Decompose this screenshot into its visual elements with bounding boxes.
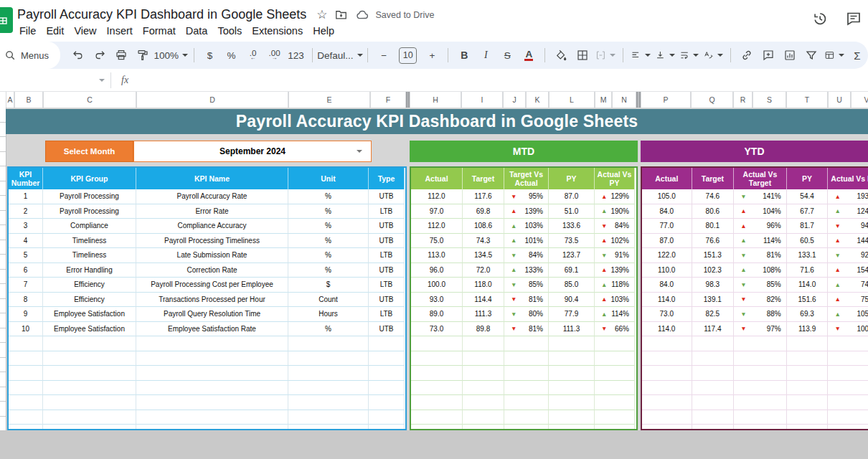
menu-file[interactable]: File	[14, 24, 41, 38]
kpi-name-cell[interactable]	[136, 336, 288, 351]
ytd-actual-vs-target-cell[interactable]	[734, 425, 787, 430]
ytd-actual-vs-py-cell[interactable]: ▲144%	[828, 234, 868, 249]
sheets-logo-icon[interactable]	[0, 7, 13, 33]
mtd-target-cell[interactable]: 118.0	[463, 278, 504, 293]
unit-cell[interactable]: %	[288, 248, 369, 263]
kpi-name-cell[interactable]: Error Rate	[136, 204, 288, 219]
kpi-number-cell[interactable]: 4	[9, 234, 43, 249]
unit-cell[interactable]: Hours	[288, 307, 369, 322]
mtd-target-cell[interactable]: 111.3	[463, 307, 504, 322]
type-cell[interactable]: UTB	[369, 293, 405, 308]
ytd-actual-vs-py-cell[interactable]	[828, 410, 868, 425]
table-views-button[interactable]	[822, 46, 846, 65]
unit-cell[interactable]	[288, 410, 369, 425]
mtd-target-vs-actual-cell[interactable]: ▼84%	[504, 248, 549, 263]
mtd-actual-vs-py-cell[interactable]: ▲139%	[595, 263, 635, 278]
ytd-actual-vs-target-cell[interactable]	[734, 410, 787, 425]
mtd-target-vs-actual-cell[interactable]: ▼80%	[504, 307, 549, 322]
mtd-py-cell[interactable]: 69.1	[549, 263, 595, 278]
mtd-target-cell[interactable]: 89.8	[463, 322, 504, 337]
mtd-py-cell[interactable]	[549, 410, 595, 425]
create-filter-button[interactable]	[801, 46, 822, 65]
ytd-actual-vs-target-cell[interactable]	[734, 336, 787, 351]
mtd-target-cell[interactable]: 114.4	[463, 293, 504, 308]
column-header-14[interactable]: Q	[691, 92, 733, 108]
unit-cell[interactable]: %	[288, 263, 369, 278]
text-wrap-button[interactable]	[677, 46, 702, 65]
type-cell[interactable]	[369, 351, 405, 366]
ytd-py-cell[interactable]: 67.7	[787, 204, 829, 219]
header-cell[interactable]: PY	[787, 168, 829, 189]
ytd-target-cell[interactable]	[692, 395, 735, 410]
ytd-py-cell[interactable]	[787, 425, 829, 430]
number-format-button[interactable]: 123	[286, 46, 307, 65]
mtd-actual-cell[interactable]: 100.0	[411, 278, 463, 293]
ytd-actual-cell[interactable]: 114.0	[642, 293, 692, 308]
ytd-actual-cell[interactable]: 114.0	[642, 322, 692, 337]
kpi-group-cell[interactable]	[43, 410, 136, 425]
kpi-group-cell[interactable]: Employee Satisfaction	[43, 322, 136, 337]
ytd-actual-vs-py-cell[interactable]	[828, 366, 868, 381]
mtd-py-cell[interactable]	[549, 381, 595, 396]
ytd-target-cell[interactable]: 117.4	[692, 322, 735, 337]
type-cell[interactable]: UTB	[369, 322, 405, 337]
mtd-target-cell[interactable]	[463, 381, 504, 396]
mtd-actual-vs-py-cell[interactable]: ▲129%	[595, 189, 635, 204]
ytd-actual-cell[interactable]	[642, 351, 692, 366]
vertical-align-button[interactable]	[653, 46, 677, 65]
mtd-actual-vs-py-cell[interactable]: ▲114%	[595, 307, 635, 322]
type-cell[interactable]	[369, 425, 405, 430]
unit-cell[interactable]	[288, 351, 369, 366]
comments-icon[interactable]	[845, 10, 862, 27]
unit-cell[interactable]: %	[288, 219, 369, 234]
ytd-actual-vs-target-cell[interactable]: ▼82%	[734, 293, 787, 308]
ytd-actual-cell[interactable]	[642, 410, 692, 425]
mtd-actual-cell[interactable]: 97.0	[411, 204, 463, 219]
unit-cell[interactable]: %	[288, 234, 369, 249]
ytd-target-cell[interactable]	[692, 351, 735, 366]
mtd-target-cell[interactable]	[463, 395, 504, 410]
ytd-actual-vs-py-cell[interactable]: ▲75%	[828, 293, 868, 308]
ytd-py-cell[interactable]: 81.7	[787, 219, 829, 234]
font-size-input[interactable]: 10	[399, 47, 417, 64]
unit-cell[interactable]	[288, 336, 369, 351]
mtd-actual-vs-py-cell[interactable]: ▲103%	[595, 293, 635, 308]
paint-format-button[interactable]	[132, 46, 154, 65]
ytd-py-cell[interactable]	[787, 351, 829, 366]
ytd-target-cell[interactable]: 80.6	[692, 204, 735, 219]
ytd-target-cell[interactable]	[692, 410, 735, 425]
ytd-actual-vs-target-cell[interactable]: ▼85%	[734, 278, 787, 293]
ytd-actual-vs-py-cell[interactable]: ▼92%	[828, 248, 868, 263]
ytd-actual-cell[interactable]: 84.0	[642, 204, 692, 219]
mtd-actual-cell[interactable]: 89.0	[411, 307, 463, 322]
kpi-name-cell[interactable]	[136, 425, 288, 430]
mtd-actual-cell[interactable]	[411, 425, 463, 430]
menu-format[interactable]: Format	[138, 24, 181, 38]
insert-chart-button[interactable]	[779, 46, 801, 65]
ytd-actual-vs-py-cell[interactable]: ▲154%	[828, 263, 868, 278]
cloud-saved-icon[interactable]	[355, 8, 369, 22]
mtd-target-cell[interactable]: 108.6	[463, 219, 504, 234]
mtd-actual-cell[interactable]: 73.0	[411, 322, 463, 337]
undo-button[interactable]	[67, 46, 89, 65]
mtd-actual-vs-py-cell[interactable]: ▼84%	[595, 219, 635, 234]
ytd-py-cell[interactable]	[787, 395, 829, 410]
print-button[interactable]	[110, 46, 132, 65]
text-rotation-button[interactable]	[701, 46, 725, 65]
mtd-target-cell[interactable]: 117.6	[463, 189, 504, 204]
mtd-py-cell[interactable]: 111.3	[549, 322, 595, 337]
mtd-actual-vs-py-cell[interactable]	[595, 425, 635, 430]
kpi-number-cell[interactable]	[9, 351, 43, 366]
mtd-target-vs-actual-cell[interactable]	[504, 351, 549, 366]
decrease-decimal-button[interactable]: .0←	[242, 46, 264, 65]
kpi-group-cell[interactable]: Payroll Processing	[43, 189, 136, 204]
header-cell[interactable]: Actual	[411, 168, 463, 189]
unit-cell[interactable]	[288, 425, 369, 430]
kpi-number-cell[interactable]: 2	[9, 204, 43, 219]
type-cell[interactable]	[369, 410, 405, 425]
ytd-target-cell[interactable]: 82.5	[692, 307, 735, 322]
header-cell[interactable]: Actual Vs PY	[828, 168, 868, 189]
header-cell[interactable]: PY	[549, 168, 595, 189]
ytd-py-cell[interactable]	[787, 336, 829, 351]
ytd-py-cell[interactable]: 60.5	[787, 234, 829, 249]
